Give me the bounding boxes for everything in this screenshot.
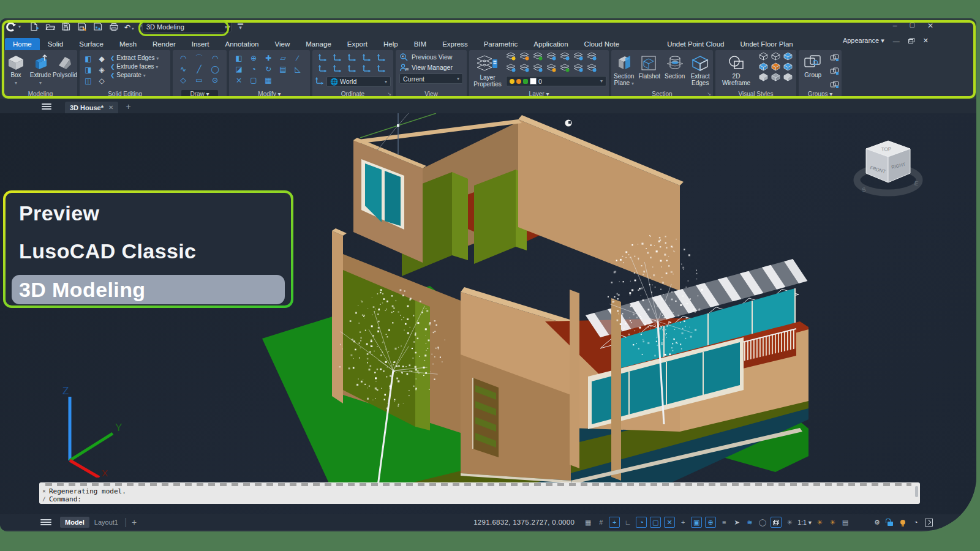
ribbon-tab-undet-floor-plan[interactable]: Undet Floor Plan	[732, 38, 801, 50]
status-delete-annotation-scales-icon[interactable]: ✳	[827, 517, 837, 527]
ucs-named-icon[interactable]	[362, 53, 371, 64]
ribbon-tab-manage[interactable]: Manage	[298, 38, 339, 50]
document-tab[interactable]: 3D House* ✕	[65, 102, 118, 113]
polysolid-button[interactable]: Polysolid	[53, 52, 77, 86]
qat-customize-icon[interactable]: ▬▾	[238, 21, 243, 30]
union-icon[interactable]: ◧	[85, 54, 91, 63]
appearance-menu[interactable]: Appearance ▾	[843, 37, 884, 45]
panel-label-solid-editing[interactable]: Solid Editing	[80, 91, 170, 97]
chamfer-icon[interactable]: ◺	[295, 65, 300, 73]
extrude-faces-button[interactable]: ❮ Extrude faces ▾	[110, 63, 159, 70]
cube-gray-blue-style-icon[interactable]	[771, 73, 780, 84]
ribbon-tab-undet-point-cloud[interactable]: Undet Point Cloud	[659, 38, 732, 50]
popup-item-3d-modeling-selected[interactable]: 3D Modeling	[12, 275, 285, 304]
view-cube[interactable]: S E TOP FRONT RIGHT	[853, 129, 924, 200]
array-icon[interactable]: ▦	[265, 76, 271, 84]
status-workspace-switching-icon[interactable]	[771, 517, 782, 528]
command-line-panel[interactable]: ✕ Regenerating model. ∕ Command:	[39, 482, 920, 504]
ribbon-tab-insert[interactable]: Insert	[184, 38, 217, 50]
status-drawing-properties-list-icon[interactable]: ▤	[840, 517, 850, 527]
trim-icon[interactable]: ∕	[297, 54, 298, 62]
slice-icon[interactable]: ◆	[99, 54, 104, 63]
orbit-icon[interactable]: ◔	[251, 65, 255, 73]
layer-combo[interactable]: 0 ▾	[506, 76, 606, 86]
section-plane-button[interactable]: Section Plane ▾	[612, 52, 636, 87]
status-add-annotation-scales-icon[interactable]: ✳	[815, 517, 824, 527]
layer-on-icon[interactable]	[506, 52, 516, 63]
command-prompt-line[interactable]: Command:	[49, 495, 81, 503]
polygon-icon[interactable]: ◇	[180, 76, 186, 84]
panel-label-modify[interactable]: Modify ▾	[229, 91, 310, 97]
ribbon-tab-express[interactable]: Express	[434, 38, 476, 50]
status-hardware-settings-gear-icon[interactable]: ⚙	[872, 517, 882, 527]
dialog-launcher-icon[interactable]: ↘	[387, 91, 391, 97]
minimize-button[interactable]: –	[893, 21, 897, 30]
workspace-dropdown[interactable]: 3D Modeling▾	[142, 21, 232, 32]
ucs-face-icon[interactable]	[315, 76, 324, 87]
2d-wireframe-button[interactable]: 2D Wireframe	[719, 52, 753, 86]
ucs-view-icon[interactable]	[377, 64, 386, 75]
status-isodraft-icon[interactable]: ✕	[664, 517, 675, 528]
maximize-button[interactable]: ▢	[909, 21, 914, 30]
panel-label-draw[interactable]: Draw ▾	[173, 91, 227, 97]
ribbon-tab-render[interactable]: Render	[145, 38, 184, 50]
status-ortho-mode-icon[interactable]: ∟	[623, 517, 633, 527]
cancel-icon[interactable]: ✕	[41, 488, 47, 494]
ribbon-tab-mesh[interactable]: Mesh	[111, 38, 145, 50]
status-polar-tracking-icon[interactable]: ◔	[636, 517, 647, 528]
status-lineweight-icon[interactable]: ≡	[719, 517, 729, 527]
arc-3point-icon[interactable]: ⌒	[195, 53, 203, 64]
status-annotation-autoscale-icon[interactable]: ✳	[785, 517, 794, 527]
flatshot-button[interactable]: Flatshot	[637, 52, 662, 87]
layout1-tab[interactable]: Layout1	[89, 517, 123, 528]
layer-copy-icon[interactable]	[587, 64, 597, 75]
layer-walk-icon[interactable]	[573, 64, 583, 75]
status-isolate-objects-clock-icon[interactable]: ◔	[911, 517, 921, 527]
drawing-canvas[interactable]: S E TOP FRONT RIGHT Z Y X ✕	[0, 113, 976, 514]
status-snap-mode-icon[interactable]: +	[609, 517, 620, 528]
layer-settings-icon[interactable]	[587, 52, 597, 63]
panel-label-view[interactable]: View	[396, 91, 467, 97]
extrude-button[interactable]: Extrude▾	[28, 52, 53, 86]
popup-item-preview[interactable]: Preview	[19, 201, 99, 225]
subtract-icon[interactable]: ◨	[85, 66, 91, 74]
hidden-style-icon[interactable]	[771, 52, 780, 63]
panel-label-section[interactable]: Section	[611, 91, 713, 97]
status-grid-display-icon[interactable]: ▦	[583, 517, 593, 527]
new-document-tab-button[interactable]: +	[126, 102, 130, 111]
popup-item-lusocad-classic[interactable]: LusoCAD Classic	[19, 239, 196, 263]
plot-icon[interactable]	[108, 21, 119, 32]
interfere-icon[interactable]: ◈	[99, 66, 104, 74]
ucs-origin-icon[interactable]	[333, 53, 342, 64]
workspace-extra-chevron-icon[interactable]: ▾	[228, 24, 230, 29]
ucs-z-icon[interactable]	[362, 64, 371, 75]
cube-orange-style-icon[interactable]	[771, 62, 780, 73]
new-file-icon[interactable]	[29, 21, 39, 32]
ucs-3point-icon[interactable]	[347, 64, 356, 75]
move-icon[interactable]: ✚	[265, 54, 271, 62]
panel-label-visual-styles[interactable]: Visual Styles	[715, 91, 796, 97]
open-file-icon[interactable]	[45, 21, 55, 32]
close-document-icon[interactable]: ✕	[108, 104, 113, 111]
float-ribbon-icon[interactable]	[908, 38, 914, 43]
box-button[interactable]: Box▾	[4, 52, 28, 86]
layer-unlock-icon[interactable]	[546, 64, 556, 75]
separate-button[interactable]: ❮ Separate ▾	[110, 72, 159, 78]
status-object-snap-icon[interactable]: +	[678, 517, 688, 527]
ribbon-tab-help[interactable]: Help	[375, 38, 406, 50]
thicken-icon[interactable]: ◇	[99, 77, 104, 85]
offset-icon[interactable]: ▢	[250, 76, 257, 84]
ucs-icon[interactable]	[318, 53, 327, 64]
panel-label-modeling[interactable]: Modeling	[4, 91, 77, 97]
fillet-icon[interactable]: ◪	[235, 65, 242, 73]
extract-edges-button[interactable]: ❮ Extract Edges ▾	[110, 54, 159, 61]
ucs-object-icon[interactable]	[333, 64, 342, 75]
rectangle-icon[interactable]: ▭	[195, 76, 202, 84]
ribbon-tab-solid[interactable]: Solid	[40, 38, 72, 50]
ellipse-icon[interactable]: ⊙	[212, 76, 218, 84]
ribbon-tab-export[interactable]: Export	[339, 38, 375, 50]
save-icon[interactable]	[61, 21, 71, 32]
ucs-combo[interactable]: 🌐 World▾	[326, 77, 391, 87]
status-selection-cursor-icon[interactable]: ➤	[732, 517, 742, 527]
ribbon-tab-parametric[interactable]: Parametric	[476, 38, 526, 50]
